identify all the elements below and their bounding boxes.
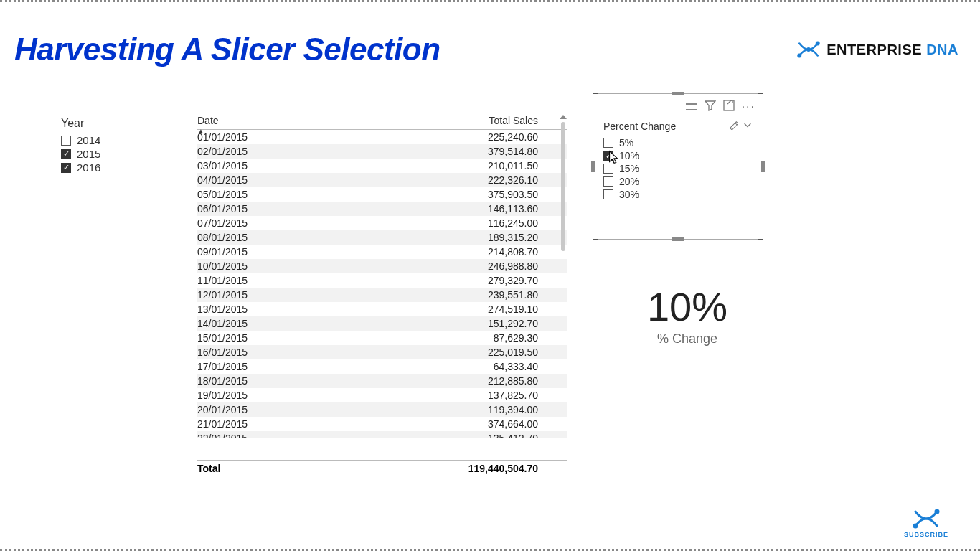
- table-row[interactable]: 12/01/2015239,551.80: [197, 288, 567, 302]
- resize-handle-left[interactable]: [591, 161, 595, 172]
- cell-sales: 137,825.70: [269, 390, 567, 401]
- table-row[interactable]: 11/01/2015279,329.70: [197, 273, 567, 288]
- focus-mode-icon[interactable]: [723, 100, 735, 114]
- table-row[interactable]: 02/01/2015379,514.80: [197, 144, 567, 159]
- cell-date: 08/01/2015: [197, 232, 269, 243]
- cell-date: 09/01/2015: [197, 246, 269, 258]
- footer-label: Total: [197, 463, 269, 474]
- percent-label: 30%: [619, 189, 639, 200]
- cell-date: 13/01/2015: [197, 303, 269, 315]
- svg-point-5: [914, 524, 917, 527]
- cell-date: 11/01/2015: [197, 275, 269, 286]
- table-row[interactable]: 18/01/2015212,885.80: [197, 374, 567, 388]
- table-row[interactable]: 04/01/2015222,326.10: [197, 173, 567, 187]
- percent-slicer-item[interactable]: 5%: [603, 137, 639, 149]
- cell-sales: 375,903.50: [269, 189, 567, 200]
- checkbox-icon[interactable]: [603, 176, 613, 187]
- resize-handle-tr[interactable]: [758, 93, 763, 99]
- sales-table[interactable]: Date ▲ Total Sales 01/01/2015225,240.600…: [197, 115, 567, 491]
- table-row-partial: 22/01/2015135,412.70: [197, 431, 567, 438]
- checkbox-icon[interactable]: [61, 136, 71, 146]
- cell-sales: 214,808.70: [269, 246, 567, 258]
- col-sales-header[interactable]: Total Sales: [269, 115, 567, 126]
- checkbox-icon[interactable]: [603, 138, 613, 148]
- card-label: % Change: [594, 331, 781, 347]
- cell-sales: 225,019.50: [269, 347, 567, 358]
- percent-slicer-item[interactable]: 30%: [603, 189, 639, 200]
- percent-change-card[interactable]: 10% % Change: [594, 283, 781, 347]
- year-slicer-item[interactable]: 2016: [61, 161, 169, 174]
- table-row[interactable]: 05/01/2015375,903.50: [197, 187, 567, 202]
- resize-handle-bl[interactable]: [593, 234, 598, 240]
- resize-handle-right[interactable]: [761, 161, 765, 172]
- subscribe-badge[interactable]: SUBSCRIBE: [904, 508, 948, 538]
- year-slicer-item[interactable]: 2014: [61, 134, 169, 146]
- table-row[interactable]: 07/01/2015116,245.00: [197, 216, 567, 230]
- drag-handle-icon[interactable]: [686, 103, 697, 110]
- table-row[interactable]: 10/01/2015246,988.80: [197, 259, 567, 273]
- table-header[interactable]: Date ▲ Total Sales: [197, 115, 567, 130]
- table-row[interactable]: 13/01/2015274,519.10: [197, 302, 567, 316]
- table-row[interactable]: 14/01/2015151,292.70: [197, 316, 567, 331]
- checkbox-icon[interactable]: [603, 189, 613, 199]
- cell-sales: 119,394.00: [269, 404, 567, 415]
- scroll-up-icon[interactable]: [560, 115, 567, 119]
- table-row[interactable]: 08/01/2015189,315.20: [197, 230, 567, 245]
- chevron-down-icon[interactable]: [743, 120, 753, 133]
- svg-point-6: [936, 510, 938, 513]
- table-row[interactable]: 03/01/2015210,011.50: [197, 159, 567, 173]
- cell-date: 20/01/2015: [197, 404, 269, 415]
- percent-slicer-item[interactable]: 10%: [603, 150, 639, 161]
- year-slicer[interactable]: Year 201420152016: [61, 117, 169, 175]
- brand-suffix: DNA: [926, 42, 958, 57]
- col-date-header[interactable]: Date ▲: [197, 115, 269, 126]
- scroll-thumb[interactable]: [561, 122, 565, 251]
- percent-label: 20%: [619, 176, 639, 187]
- clear-selection-icon[interactable]: [728, 120, 738, 133]
- table-row[interactable]: 16/01/2015225,019.50: [197, 345, 567, 359]
- card-value: 10%: [594, 283, 781, 330]
- cell-date: 12/01/2015: [197, 289, 269, 301]
- table-scrollbar[interactable]: [560, 115, 567, 470]
- table-row[interactable]: 19/01/2015137,825.70: [197, 388, 567, 402]
- table-footer: Total 119,440,504.70: [197, 460, 567, 474]
- cell-date: 15/01/2015: [197, 332, 269, 344]
- checkbox-icon[interactable]: [61, 163, 71, 173]
- table-row[interactable]: 21/01/2015374,664.00: [197, 417, 567, 431]
- cell-date: 10/01/2015: [197, 260, 269, 272]
- filter-icon[interactable]: [705, 100, 716, 114]
- table-row[interactable]: 01/01/2015225,240.60: [197, 130, 567, 144]
- percent-slicer-title: Percent Change: [603, 121, 676, 132]
- table-row[interactable]: 20/01/2015119,394.00: [197, 402, 567, 417]
- percent-slicer-item[interactable]: 15%: [603, 163, 639, 174]
- brand-text: ENTERPRISE DNA: [826, 42, 958, 58]
- resize-handle-br[interactable]: [758, 234, 763, 240]
- more-options-icon[interactable]: ···: [742, 100, 755, 113]
- cell-sales: 189,315.20: [269, 232, 567, 243]
- cell-date: 02/01/2015: [197, 146, 269, 157]
- resize-handle-tl[interactable]: [593, 93, 598, 99]
- cell-sales: 279,329.70: [269, 275, 567, 286]
- resize-handle-bottom[interactable]: [672, 237, 684, 241]
- checkbox-icon[interactable]: [61, 149, 71, 159]
- table-body: 01/01/2015225,240.6002/01/2015379,514.80…: [197, 130, 567, 460]
- border-top: [0, 0, 980, 2]
- cell-date: 01/01/2015: [197, 131, 269, 143]
- resize-handle-top[interactable]: [672, 92, 684, 95]
- table-row[interactable]: 09/01/2015214,808.70: [197, 245, 567, 259]
- checkbox-icon[interactable]: [603, 151, 613, 161]
- cell-sales: 246,988.80: [269, 260, 567, 272]
- checkbox-icon[interactable]: [603, 164, 613, 174]
- percent-label: 5%: [619, 137, 633, 149]
- year-slicer-header: Year: [61, 117, 169, 130]
- table-row[interactable]: 15/01/201587,629.30: [197, 331, 567, 345]
- svg-point-0: [798, 55, 801, 57]
- percent-slicer-item[interactable]: 20%: [603, 176, 639, 187]
- percent-change-slicer[interactable]: ··· Percent Change 5%10%15%20%30%: [593, 93, 763, 240]
- dna-icon: [912, 508, 941, 529]
- year-slicer-item[interactable]: 2015: [61, 148, 169, 160]
- table-row[interactable]: 06/01/2015146,113.60: [197, 202, 567, 216]
- cell-sales: 225,240.60: [269, 131, 567, 143]
- cell-sales: 87,629.30: [269, 332, 567, 344]
- table-row[interactable]: 17/01/201564,333.40: [197, 359, 567, 374]
